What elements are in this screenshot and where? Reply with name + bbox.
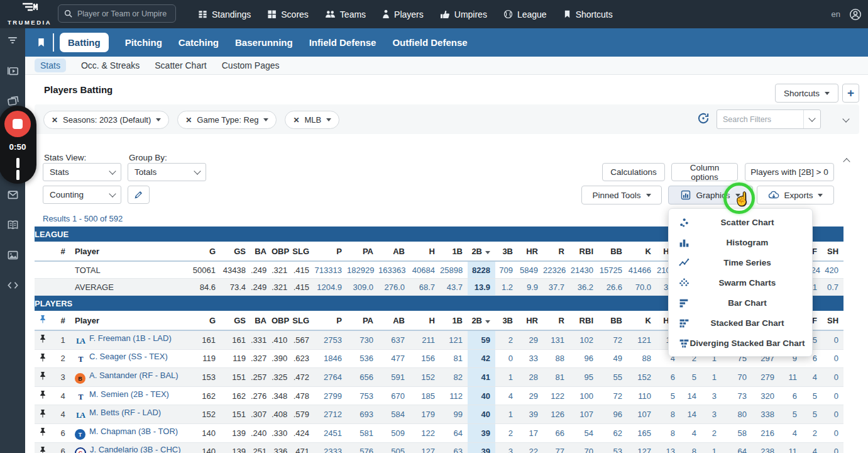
tab-pitching[interactable]: Pitching	[125, 37, 162, 48]
player-column-header[interactable]: Player	[75, 311, 189, 330]
stat-cell-rbi[interactable]: 21430	[569, 261, 598, 279]
stat-cell-sh[interactable]: 0	[822, 423, 843, 442]
stat-cell-r[interactable]: 126	[543, 405, 569, 424]
stat-cell-3b[interactable]: 1	[495, 405, 518, 424]
stat-cell-ab[interactable]: 637	[378, 330, 410, 349]
stat-cell-pa[interactable]: 656	[347, 368, 378, 387]
tab-infield-defense[interactable]: Infield Defense	[309, 37, 376, 48]
column-header-bb[interactable]: BB	[598, 242, 627, 261]
stat-cell-hr[interactable]: 9.9	[518, 279, 543, 296]
filter-collapse-chevron[interactable]	[840, 113, 852, 124]
stat-cell-ab[interactable]: 163363	[378, 261, 410, 279]
stat-cell-cs[interactable]: 1	[701, 442, 722, 453]
rank-column-header[interactable]: #	[56, 242, 75, 261]
player-name-link[interactable]: M. Betts (RF - LAD)	[89, 408, 161, 417]
stat-cell-bb[interactable]: 15725	[598, 261, 627, 279]
stat-cell-bb[interactable]: 62	[598, 423, 627, 442]
stat-cell-k[interactable]: 41466	[627, 261, 656, 279]
bookmark-icon[interactable]	[36, 36, 46, 51]
stat-cell-hr[interactable]: 29	[518, 386, 543, 405]
stat-cell-2b[interactable]: 42	[468, 349, 495, 368]
top-nav-standings[interactable]: Standings	[198, 9, 251, 20]
stat-cell-bb[interactable]: 49	[598, 349, 627, 368]
trumedia-logo[interactable]: TRUMEDIA	[5, 1, 54, 27]
player-name-link[interactable]: C. Seager (SS - TEX)	[89, 352, 168, 361]
stat-cell-ab[interactable]: 591	[378, 368, 410, 387]
stat-cell-sh[interactable]: 0	[822, 405, 843, 424]
stat-cell-1b[interactable]: 64	[440, 423, 468, 442]
stat-cell-tb[interactable]: 216	[752, 423, 779, 442]
stat-cell-2b[interactable]: 13.9	[468, 279, 495, 296]
menu-item-diverging-stacked-bar-chart[interactable]: Diverging Stacked Bar Chart	[669, 333, 812, 353]
player-name-link[interactable]: F. Freeman (1B - LAD)	[89, 333, 172, 343]
stat-cell-3b[interactable]: 1	[495, 368, 518, 387]
stat-cell-sb[interactable]: 5	[680, 368, 701, 387]
stat-cell-rbi[interactable]: 95	[569, 368, 598, 387]
stat-cell-r[interactable]: 22326	[543, 261, 569, 279]
stat-cell-hb[interactable]: 6	[656, 368, 680, 387]
stat-cell-hb[interactable]: 8	[656, 423, 680, 442]
stat-cell-sh[interactable]: 420	[822, 261, 843, 279]
stat-cell-rbi[interactable]: 102	[569, 330, 598, 349]
player-name-cell[interactable]: TC. Seager (SS - TEX)	[75, 349, 189, 368]
stat-cell-ab[interactable]: 584	[378, 405, 410, 424]
stat-cell-h[interactable]: 122	[410, 423, 440, 442]
stat-cell-rbi[interactable]: 70	[569, 442, 598, 453]
stat-cell-cs[interactable]: 3	[701, 386, 722, 405]
column-header-1b[interactable]: 1B	[440, 242, 468, 261]
stat-cell-tb[interactable]: 338	[752, 405, 779, 424]
stat-cell-r[interactable]: 122	[543, 386, 569, 405]
stat-cell-k[interactable]: 70.0	[627, 279, 656, 296]
stat-cell-p[interactable]: 2451	[314, 423, 347, 442]
stat-cell-gdp[interactable]: 4	[779, 423, 802, 442]
column-header-r[interactable]: R	[543, 242, 569, 261]
video-library-icon[interactable]	[0, 65, 25, 79]
stat-cell-1b[interactable]: 81	[440, 349, 468, 368]
pin-player-button[interactable]	[35, 423, 56, 442]
search-filters-select[interactable]: Search Filters	[717, 109, 821, 129]
stat-cell-hr[interactable]: 29	[518, 330, 543, 349]
stat-cell-sh[interactable]: 0	[822, 368, 843, 387]
player-name-cell[interactable]: LAM. Betts (RF - LAD)	[75, 405, 189, 424]
stat-cell-2b[interactable]: 8228	[468, 261, 495, 279]
stat-cell-r[interactable]: 77	[543, 442, 569, 453]
column-header-hr[interactable]: HR	[518, 242, 543, 261]
stat-cell-sh[interactable]: 0	[822, 442, 843, 453]
stat-cell-pa[interactable]: 693	[347, 405, 378, 424]
tab-catching[interactable]: Catching	[179, 37, 219, 48]
stat-cell-h[interactable]: 179	[410, 405, 440, 424]
column-header-1b[interactable]: 1B	[440, 311, 468, 330]
column-header-gs[interactable]: GS	[221, 311, 251, 330]
stat-cell-k[interactable]: 152	[627, 368, 656, 387]
stat-cell-hr[interactable]: 5849	[518, 261, 543, 279]
subtab-stats[interactable]: Stats	[35, 59, 66, 72]
filter-history-icon[interactable]	[696, 111, 710, 127]
stat-cell-rbi[interactable]: 54	[569, 423, 598, 442]
stat-cell-gdp[interactable]: 11	[779, 368, 802, 387]
column-header-k[interactable]: K	[627, 311, 656, 330]
stop-recording-button[interactable]	[4, 111, 31, 137]
stat-cell-3b[interactable]: 4	[495, 386, 518, 405]
stat-cell-ab[interactable]: 670	[378, 386, 410, 405]
menu-item-swarm-charts[interactable]: Swarm Charts	[669, 272, 812, 293]
stat-cell-sh[interactable]: 0	[822, 349, 843, 368]
graphics-button[interactable]: Graphics	[668, 186, 753, 204]
stat-cell-cs[interactable]: 2	[701, 423, 722, 442]
stat-cell-2b[interactable]: 41	[468, 368, 495, 387]
stat-cell-r[interactable]: 88	[543, 349, 569, 368]
stat-cell-sf[interactable]: 5	[802, 405, 822, 424]
subtab-scatter-chart[interactable]: Scatter Chart	[155, 60, 206, 70]
stat-cell-3b[interactable]: 2	[495, 330, 518, 349]
player-name-link[interactable]: J. Candelario (3B - CHC)	[90, 445, 181, 453]
mail-icon[interactable]	[0, 189, 25, 203]
stat-cell-rbi[interactable]: 96	[569, 349, 598, 368]
stat-cell-sf[interactable]: 2	[802, 423, 822, 442]
stat-cell-p[interactable]: 1846	[314, 349, 347, 368]
column-header-2b[interactable]: 2B	[468, 242, 495, 261]
column-header-3b[interactable]: 3B	[495, 311, 518, 330]
player-name-link[interactable]: M. Chapman (3B - TOR)	[89, 427, 178, 436]
player-name-cell[interactable]: BA. Santander (RF - BAL)	[75, 368, 189, 387]
column-header-2b[interactable]: 2B	[468, 311, 495, 330]
column-header-pa[interactable]: PA	[347, 242, 378, 261]
menu-item-stacked-bar-chart[interactable]: Stacked Bar Chart	[669, 313, 812, 333]
